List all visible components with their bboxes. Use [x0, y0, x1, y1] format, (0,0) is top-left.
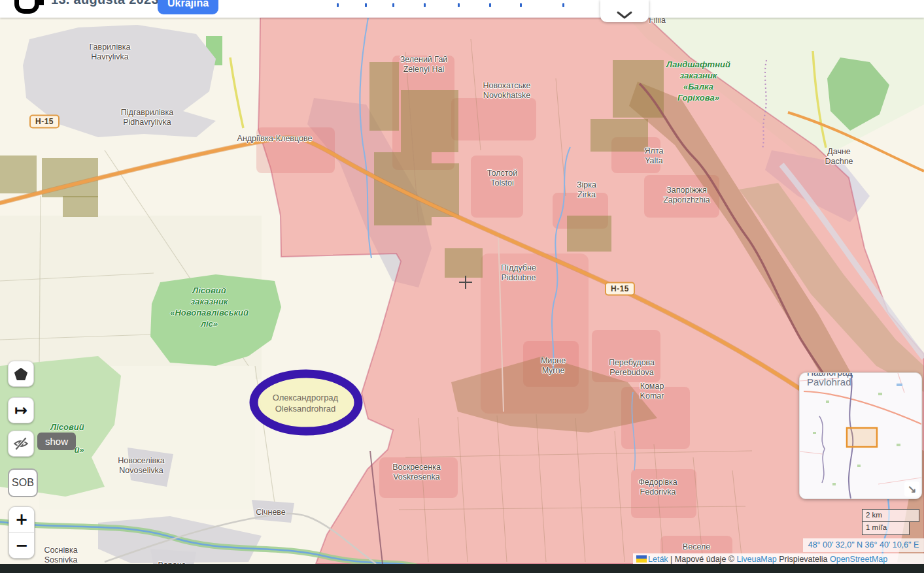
toggle-visibility-button[interactable] [8, 431, 34, 457]
top-bar: 13. augusta 2023 Ukrajina [0, 0, 924, 18]
highlight-name-en: Oleksandrohrad [273, 403, 338, 414]
mouse-coordinates: 48° 00' 32,0" N 36° 40' 10,6" E [803, 538, 924, 552]
liveuamap-logo-icon[interactable] [14, 0, 39, 14]
draw-polygon-button[interactable] [8, 361, 34, 387]
pan-arrow-button[interactable]: ↦ [8, 397, 34, 423]
bottom-strip [0, 564, 924, 573]
attribution-contributors: Prispievatelia [779, 555, 827, 564]
show-tooltip: show [37, 433, 76, 450]
arrow-from-bar-icon: ↦ [14, 401, 27, 419]
nav-text-fragment [365, 3, 367, 7]
arrow-se-icon: ↘ [907, 483, 916, 496]
nav-text-fragment [392, 3, 394, 7]
nav-text-fragment [489, 3, 491, 7]
urban-sichneve [252, 500, 294, 523]
pentagon-icon [14, 367, 28, 381]
ukraine-flag-icon [636, 555, 647, 563]
eye-off-icon [12, 435, 29, 452]
liveuamap-link[interactable]: LiveuaMap [737, 555, 777, 564]
minimap-toggle-button[interactable]: ↘ [904, 482, 919, 497]
scale-control: 2 km 1 míľa [862, 509, 919, 535]
zoom-control: + − [9, 506, 35, 559]
zoom-out-button[interactable]: − [9, 532, 34, 558]
nav-text-fragment [520, 3, 522, 7]
road-badge-h15: H-15 [29, 115, 60, 129]
date-label: 13. augusta 2023 [51, 0, 159, 7]
nav-text-fragment [424, 3, 426, 7]
map-canvas[interactable] [0, 0, 924, 573]
urban-novoselivka [128, 448, 173, 487]
nav-text-fragment [458, 3, 460, 7]
minimap-viewport-rect[interactable] [847, 428, 877, 447]
nav-text-fragment [337, 3, 339, 7]
attribution-maps-text: Mapové údaje © [675, 555, 734, 564]
attribution-separator: | [670, 555, 672, 564]
highlight-name-uk: Олександроград [273, 392, 338, 403]
highlight-label: Олександроград Oleksandrohrad [273, 392, 338, 414]
country-button[interactable]: Ukrajina [158, 0, 218, 14]
liveuamap-logo-dot [38, 0, 44, 5]
collapse-panel-button[interactable] [600, 0, 649, 22]
minimap-canvas [800, 373, 921, 499]
nav-text-fragment [562, 3, 564, 7]
zoom-in-button[interactable]: + [9, 507, 34, 532]
openstreetmap-link[interactable]: OpenStreetMap [830, 555, 887, 564]
leaflet-link[interactable]: Leták [648, 555, 668, 564]
chevron-down-icon [616, 10, 633, 20]
sob-button[interactable]: SOB [8, 468, 38, 497]
scale-metric: 2 km [862, 509, 919, 522]
minimap-city-label-en: Pavlohrad [807, 376, 851, 387]
liveuamap-app: ГаврилівкаHavrylivkaПідгаврилівкаPidhavr… [0, 0, 924, 573]
road-badge-h15: H-15 [605, 282, 635, 296]
scale-imperial: 1 míľa [862, 522, 910, 535]
minimap[interactable]: Павлоград Pavlohrad ↘ [799, 372, 922, 499]
